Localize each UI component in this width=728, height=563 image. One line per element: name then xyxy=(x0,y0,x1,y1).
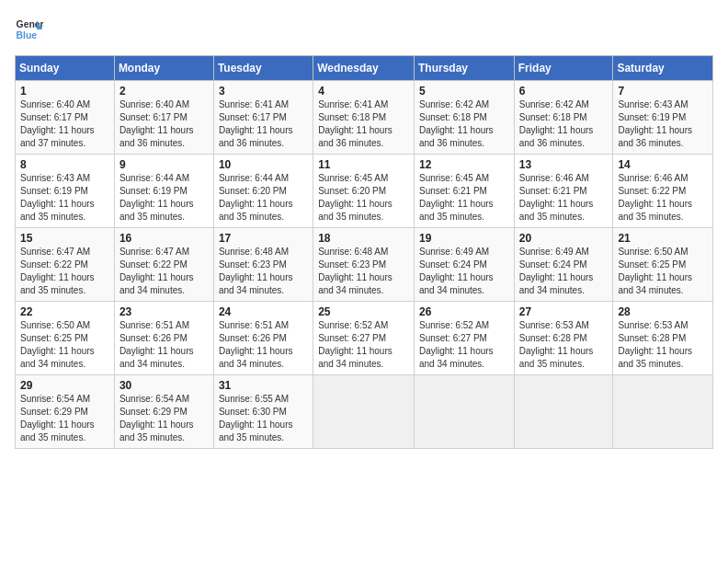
day-number: 25 xyxy=(318,305,409,318)
calendar-day-cell: 16Sunrise: 6:47 AM Sunset: 6:22 PM Dayli… xyxy=(114,228,213,302)
calendar-day-cell: 18Sunrise: 6:48 AM Sunset: 6:23 PM Dayli… xyxy=(313,228,415,302)
calendar-day-cell: 1Sunrise: 6:40 AM Sunset: 6:17 PM Daylig… xyxy=(16,81,115,155)
day-number: 24 xyxy=(219,305,308,318)
day-info: Sunrise: 6:46 AM Sunset: 6:21 PM Dayligh… xyxy=(519,172,609,224)
calendar-day-cell: 22Sunrise: 6:50 AM Sunset: 6:25 PM Dayli… xyxy=(16,302,115,375)
day-info: Sunrise: 6:41 AM Sunset: 6:18 PM Dayligh… xyxy=(318,98,409,150)
calendar-day-cell: 6Sunrise: 6:42 AM Sunset: 6:18 PM Daylig… xyxy=(514,81,613,155)
calendar-day-cell: 31Sunrise: 6:55 AM Sunset: 6:30 PM Dayli… xyxy=(213,375,313,449)
calendar-day-cell: 21Sunrise: 6:50 AM Sunset: 6:25 PM Dayli… xyxy=(613,228,713,302)
calendar-header-row: SundayMondayTuesdayWednesdayThursdayFrid… xyxy=(16,56,713,81)
day-info: Sunrise: 6:53 AM Sunset: 6:28 PM Dayligh… xyxy=(519,319,609,371)
calendar-day-cell xyxy=(313,375,415,449)
day-info: Sunrise: 6:53 AM Sunset: 6:28 PM Dayligh… xyxy=(618,319,708,371)
day-info: Sunrise: 6:40 AM Sunset: 6:17 PM Dayligh… xyxy=(119,98,209,150)
svg-text:Blue: Blue xyxy=(17,30,38,40)
day-of-week-header: Monday xyxy=(114,56,213,81)
calendar-week-row: 1Sunrise: 6:40 AM Sunset: 6:17 PM Daylig… xyxy=(16,81,713,155)
calendar-day-cell: 29Sunrise: 6:54 AM Sunset: 6:29 PM Dayli… xyxy=(16,375,115,449)
day-info: Sunrise: 6:49 AM Sunset: 6:24 PM Dayligh… xyxy=(419,246,509,297)
day-info: Sunrise: 6:45 AM Sunset: 6:21 PM Dayligh… xyxy=(419,172,509,224)
day-info: Sunrise: 6:48 AM Sunset: 6:23 PM Dayligh… xyxy=(219,246,308,297)
day-number: 3 xyxy=(219,85,308,98)
day-number: 21 xyxy=(618,232,708,245)
day-of-week-header: Sunday xyxy=(16,56,115,81)
day-number: 26 xyxy=(419,305,509,318)
calendar-day-cell: 14Sunrise: 6:46 AM Sunset: 6:22 PM Dayli… xyxy=(613,155,713,228)
calendar-day-cell: 23Sunrise: 6:51 AM Sunset: 6:26 PM Dayli… xyxy=(114,302,213,375)
calendar-week-row: 29Sunrise: 6:54 AM Sunset: 6:29 PM Dayli… xyxy=(16,375,713,449)
calendar-day-cell: 4Sunrise: 6:41 AM Sunset: 6:18 PM Daylig… xyxy=(313,81,415,155)
day-info: Sunrise: 6:46 AM Sunset: 6:22 PM Dayligh… xyxy=(618,172,708,224)
day-number: 1 xyxy=(20,85,109,98)
day-number: 8 xyxy=(20,158,109,171)
calendar-day-cell: 19Sunrise: 6:49 AM Sunset: 6:24 PM Dayli… xyxy=(414,228,514,302)
day-number: 19 xyxy=(419,232,509,245)
day-number: 13 xyxy=(519,158,609,171)
day-number: 20 xyxy=(519,232,609,245)
day-of-week-header: Thursday xyxy=(414,56,514,81)
day-info: Sunrise: 6:42 AM Sunset: 6:18 PM Dayligh… xyxy=(519,98,609,150)
page-header: General Blue xyxy=(15,15,713,44)
day-number: 6 xyxy=(519,85,609,98)
calendar-day-cell: 17Sunrise: 6:48 AM Sunset: 6:23 PM Dayli… xyxy=(213,228,313,302)
calendar-day-cell: 25Sunrise: 6:52 AM Sunset: 6:27 PM Dayli… xyxy=(313,302,415,375)
day-number: 9 xyxy=(119,158,209,171)
day-info: Sunrise: 6:49 AM Sunset: 6:24 PM Dayligh… xyxy=(519,246,609,297)
logo: General Blue xyxy=(15,15,48,44)
day-number: 7 xyxy=(618,85,708,98)
calendar-day-cell: 3Sunrise: 6:41 AM Sunset: 6:17 PM Daylig… xyxy=(213,81,313,155)
day-info: Sunrise: 6:47 AM Sunset: 6:22 PM Dayligh… xyxy=(20,246,109,297)
calendar-day-cell: 13Sunrise: 6:46 AM Sunset: 6:21 PM Dayli… xyxy=(514,155,613,228)
day-number: 11 xyxy=(318,158,409,171)
logo-icon: General Blue xyxy=(15,15,44,44)
calendar-week-row: 22Sunrise: 6:50 AM Sunset: 6:25 PM Dayli… xyxy=(16,302,713,375)
calendar-day-cell: 11Sunrise: 6:45 AM Sunset: 6:20 PM Dayli… xyxy=(313,155,415,228)
calendar-day-cell xyxy=(613,375,713,449)
day-number: 2 xyxy=(119,85,209,98)
calendar-day-cell: 24Sunrise: 6:51 AM Sunset: 6:26 PM Dayli… xyxy=(213,302,313,375)
calendar-day-cell xyxy=(414,375,514,449)
calendar-day-cell: 5Sunrise: 6:42 AM Sunset: 6:18 PM Daylig… xyxy=(414,81,514,155)
day-info: Sunrise: 6:41 AM Sunset: 6:17 PM Dayligh… xyxy=(219,98,308,150)
day-of-week-header: Tuesday xyxy=(213,56,313,81)
calendar-day-cell: 30Sunrise: 6:54 AM Sunset: 6:29 PM Dayli… xyxy=(114,375,213,449)
day-info: Sunrise: 6:44 AM Sunset: 6:20 PM Dayligh… xyxy=(219,172,308,224)
calendar-week-row: 8Sunrise: 6:43 AM Sunset: 6:19 PM Daylig… xyxy=(16,155,713,228)
day-number: 27 xyxy=(519,305,609,318)
day-info: Sunrise: 6:47 AM Sunset: 6:22 PM Dayligh… xyxy=(119,246,209,297)
day-info: Sunrise: 6:43 AM Sunset: 6:19 PM Dayligh… xyxy=(618,98,708,150)
day-info: Sunrise: 6:50 AM Sunset: 6:25 PM Dayligh… xyxy=(618,246,708,297)
day-number: 22 xyxy=(20,305,109,318)
day-number: 17 xyxy=(219,232,308,245)
day-number: 15 xyxy=(20,232,109,245)
calendar-table: SundayMondayTuesdayWednesdayThursdayFrid… xyxy=(15,55,713,449)
day-number: 31 xyxy=(219,379,308,392)
day-number: 18 xyxy=(318,232,409,245)
day-info: Sunrise: 6:43 AM Sunset: 6:19 PM Dayligh… xyxy=(20,172,109,224)
day-of-week-header: Wednesday xyxy=(313,56,415,81)
day-info: Sunrise: 6:48 AM Sunset: 6:23 PM Dayligh… xyxy=(318,246,409,297)
day-number: 12 xyxy=(419,158,509,171)
calendar-day-cell: 27Sunrise: 6:53 AM Sunset: 6:28 PM Dayli… xyxy=(514,302,613,375)
day-info: Sunrise: 6:51 AM Sunset: 6:26 PM Dayligh… xyxy=(119,319,209,371)
day-info: Sunrise: 6:45 AM Sunset: 6:20 PM Dayligh… xyxy=(318,172,409,224)
day-info: Sunrise: 6:55 AM Sunset: 6:30 PM Dayligh… xyxy=(219,393,308,444)
day-of-week-header: Friday xyxy=(514,56,613,81)
calendar-day-cell: 28Sunrise: 6:53 AM Sunset: 6:28 PM Dayli… xyxy=(613,302,713,375)
day-number: 30 xyxy=(119,379,209,392)
calendar-day-cell: 15Sunrise: 6:47 AM Sunset: 6:22 PM Dayli… xyxy=(16,228,115,302)
day-info: Sunrise: 6:52 AM Sunset: 6:27 PM Dayligh… xyxy=(419,319,509,371)
calendar-day-cell: 10Sunrise: 6:44 AM Sunset: 6:20 PM Dayli… xyxy=(213,155,313,228)
calendar-day-cell: 9Sunrise: 6:44 AM Sunset: 6:19 PM Daylig… xyxy=(114,155,213,228)
calendar-day-cell: 7Sunrise: 6:43 AM Sunset: 6:19 PM Daylig… xyxy=(613,81,713,155)
day-number: 4 xyxy=(318,85,409,98)
day-number: 5 xyxy=(419,85,509,98)
calendar-day-cell xyxy=(514,375,613,449)
day-of-week-header: Saturday xyxy=(613,56,713,81)
day-number: 29 xyxy=(20,379,109,392)
day-info: Sunrise: 6:44 AM Sunset: 6:19 PM Dayligh… xyxy=(119,172,209,224)
day-number: 23 xyxy=(119,305,209,318)
day-number: 14 xyxy=(618,158,708,171)
day-number: 28 xyxy=(618,305,708,318)
